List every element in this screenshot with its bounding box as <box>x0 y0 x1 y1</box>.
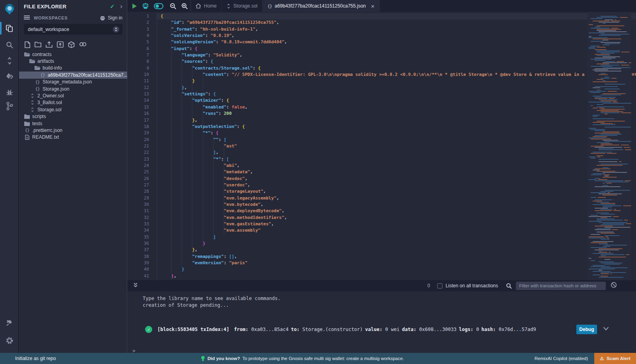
expand-terminal-icon[interactable] <box>133 282 138 289</box>
line-number: 24 <box>128 163 149 169</box>
tree-item-3-ballot-sol[interactable]: 3_Ballot.sol <box>19 99 127 106</box>
plugin-manager-icon[interactable] <box>0 316 19 329</box>
line-number: 40 <box>128 266 149 273</box>
folder-icon <box>24 121 30 126</box>
line-number: 36 <box>128 240 149 247</box>
terminal-header: 0 Listen on all transactions <box>128 280 636 291</box>
tree-item--prettierrc-json[interactable]: {}.prettierrc.json <box>19 127 127 134</box>
line-number: 41 <box>128 273 149 279</box>
code-line: "enabled": false, <box>161 104 584 110</box>
run-script-icon[interactable] <box>132 3 137 9</box>
settings-gear-icon[interactable] <box>0 334 19 347</box>
deploy-and-run-icon[interactable] <box>0 70 19 83</box>
copilot-toggle[interactable] <box>154 3 163 9</box>
search-icon[interactable] <box>0 38 19 52</box>
tree-item-storage-sol[interactable]: Storage.sol <box>19 106 127 113</box>
code-line: } <box>161 78 584 84</box>
code-line: "contracts/Storage.sol": { <box>161 65 584 72</box>
debug-button[interactable]: Debug <box>576 325 597 334</box>
terminal-body[interactable]: Type the library name to see available c… <box>128 291 636 353</box>
panel-chevron-icon[interactable]: › <box>120 4 122 9</box>
tree-item-build-info[interactable]: build-info <box>19 65 127 72</box>
remix-logo-icon[interactable] <box>0 2 19 16</box>
upload-file-icon[interactable] <box>46 41 52 49</box>
new-file-icon[interactable] <box>25 41 30 49</box>
workspace-sort-icon[interactable] <box>113 26 119 33</box>
debugger-icon[interactable] <box>0 85 19 99</box>
activity-bar <box>0 0 19 353</box>
github-icon <box>99 15 106 21</box>
code-line: "remappings": [], <box>161 254 584 260</box>
tree-item-scripts[interactable]: scripts <box>19 113 127 120</box>
tree-item-contracts[interactable]: contracts <box>19 51 127 58</box>
zoom-out-icon[interactable] <box>170 3 176 10</box>
line-number: 29 <box>128 195 149 201</box>
copilot-status[interactable]: RemixAI Copilot (enabled) <box>535 356 588 361</box>
minimap[interactable] <box>588 12 631 280</box>
clear-console-icon[interactable] <box>611 282 617 290</box>
upload-folder-icon[interactable] <box>57 41 64 49</box>
tab-build-info-json[interactable]: {} a69b43f277ba20fcac141151250ca755.json… <box>263 0 380 12</box>
code-line: "solcLongVersion": "0.8.19+commit.7dd6d4… <box>161 39 584 45</box>
tree-item-2-owner-sol[interactable]: 2_Owner.sol <box>19 92 127 99</box>
line-number: 1 <box>128 13 149 19</box>
transaction-filter-input[interactable] <box>516 282 606 290</box>
line-number: 31 <box>128 208 149 214</box>
tree-item-storage-metadata-json[interactable]: {}Storage_metadata.json <box>19 79 127 85</box>
github-sign-in-button[interactable]: Sign in <box>99 15 122 21</box>
panel-title: FILE EXPLORER <box>24 4 110 10</box>
tree-item-readme-txt[interactable]: README.txt <box>19 134 127 141</box>
line-number: 30 <box>128 201 149 208</box>
terminal: 0 Listen on all transactions Type the li… <box>128 280 636 353</box>
tab-home[interactable]: Home <box>191 0 222 12</box>
editor-area: Home Storage.sol {} a69b43f277ba20fcac14… <box>128 0 636 353</box>
line-number: 12 <box>128 85 149 91</box>
line-number: 32 <box>128 215 149 221</box>
ipfs-cube-icon[interactable] <box>68 41 75 49</box>
scam-alert-button[interactable]: ⚠ Scam Alert <box>594 353 636 364</box>
tab-storage-sol[interactable]: Storage.sol <box>222 0 263 12</box>
solidity-compiler-icon[interactable] <box>0 54 19 68</box>
close-tab-icon[interactable]: × <box>371 3 374 10</box>
line-number: 18 <box>128 124 149 130</box>
line-number: 4 <box>128 33 149 39</box>
tree-item-storage-json[interactable]: {}Storage.json <box>19 85 127 92</box>
file-tree: contractsartifactsbuild-info{}a69b43f277… <box>19 51 127 141</box>
code-line: "settings": { <box>161 91 584 97</box>
code-line: "runs": 200 <box>161 110 584 117</box>
zoom-in-icon[interactable] <box>181 3 188 10</box>
tree-item-a69b43f277ba20fcac141151250ca7-[interactable]: {}a69b43f277ba20fcac141151250ca7... <box>19 72 127 78</box>
folder-icon <box>24 114 30 119</box>
line-number: 7 <box>128 52 149 58</box>
folder-open-icon <box>24 52 30 57</box>
terminal-search-icon[interactable] <box>506 283 512 289</box>
line-number: 23 <box>128 156 149 163</box>
line-number: 34 <box>128 227 149 234</box>
tree-item-tests[interactable]: tests <box>19 120 127 127</box>
file-explorer-icon[interactable] <box>0 21 19 35</box>
tree-item-artifacts[interactable]: artifacts <box>19 58 127 64</box>
tx-expand-icon[interactable] <box>603 326 609 332</box>
line-number: 19 <box>128 130 149 136</box>
transaction-row[interactable]: ✓ [block:5583405 txIndex:4]from: 0xa03..… <box>128 322 636 337</box>
link-icon[interactable] <box>79 41 87 49</box>
listen-transactions-checkbox[interactable] <box>437 283 442 288</box>
line-number: 6 <box>128 46 149 52</box>
tx-success-icon: ✓ <box>145 326 152 333</box>
git-icon[interactable] <box>0 99 19 113</box>
git-init-button[interactable]: Initialize as git repo <box>15 356 56 361</box>
new-folder-icon[interactable] <box>35 41 41 49</box>
file-explorer-panel: FILE EXPLORER ✓ › WORKSPACES Sign in def… <box>19 0 127 353</box>
line-number: 37 <box>128 247 149 253</box>
line-number: 9 <box>128 65 149 72</box>
code-editor[interactable]: 1234567891011121314151617181920212223242… <box>128 12 636 280</box>
code-line: } <box>161 266 584 273</box>
workspace-select[interactable]: default_workspace <box>24 24 122 35</box>
accept-check-icon[interactable]: ✓ <box>110 3 115 10</box>
code-line: ] <box>161 234 584 240</box>
listen-transactions-label: Listen on all transactions <box>446 283 498 288</box>
line-number: 3 <box>128 26 149 33</box>
workspaces-menu-icon[interactable] <box>24 14 30 21</box>
line-number: 38 <box>128 254 149 260</box>
remixai-robot-icon[interactable] <box>142 2 149 10</box>
